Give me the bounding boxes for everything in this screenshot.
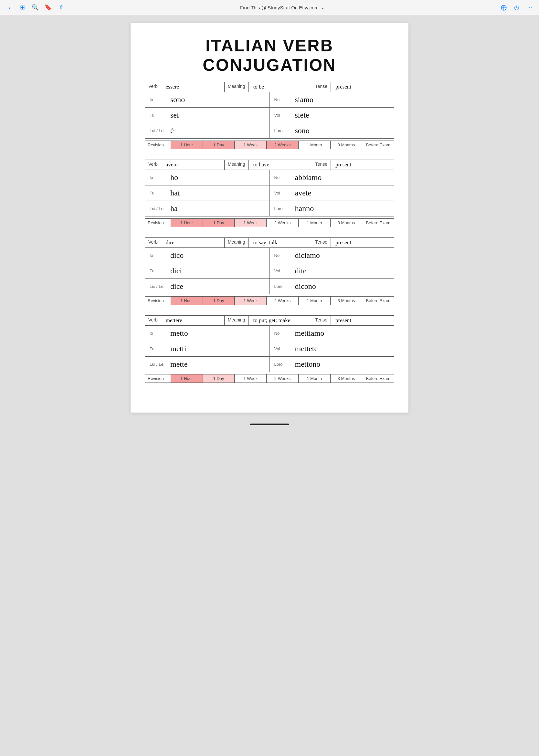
nav-left: ‹ ⊞ 🔍 🔖 ⇧	[5, 3, 65, 12]
revision-cell-6[interactable]: Before Exam	[362, 297, 394, 305]
revision-cell-3[interactable]: 2 Weeks	[267, 219, 299, 227]
conj-grid-avere: IohoNoiabbiamoTuhaiVoiaveteLui / LeihaLo…	[145, 170, 394, 216]
table-row: TuhaiVoiavete	[145, 186, 394, 201]
more-icon[interactable]: ···	[525, 3, 534, 12]
conj-cell-right-1: Voiavete	[270, 186, 394, 201]
conj-cell-right-2: Lorohanno	[270, 201, 394, 216]
conjugated-form: mettono	[295, 360, 321, 369]
conj-cell-left-0: Iosono	[145, 92, 270, 107]
conjugated-form: mettete	[295, 344, 318, 353]
conj-cell-left-1: Tumetti	[145, 341, 270, 356]
pronoun-label: Lui / Lei	[150, 362, 166, 367]
bookmark-icon[interactable]: 🔖	[44, 3, 52, 12]
conjugated-form: diciamo	[295, 251, 320, 260]
verb-header-value-1: to be	[249, 82, 312, 92]
page-title: ITALIAN VERB CONJUGATION	[145, 36, 394, 75]
verb-header-value-1: to say; talk	[249, 238, 312, 248]
revision-cell-1[interactable]: 1 Day	[203, 219, 235, 227]
time-icon[interactable]: ◷	[512, 3, 521, 12]
search-icon[interactable]: 🔍	[31, 3, 39, 12]
revision-cell-3[interactable]: 2 Weeks	[267, 374, 299, 383]
nav-title: Find This @ StudyStuff On Etsy.com ⌄	[70, 5, 495, 10]
conjugated-form: dice	[170, 282, 183, 291]
conjugated-form: sono	[170, 95, 185, 104]
conjugated-form: dite	[295, 266, 307, 275]
pronoun-label: Loro	[274, 128, 291, 133]
revision-cell-4[interactable]: 1 Month	[299, 297, 331, 305]
revision-cell-2[interactable]: 1 Week	[235, 297, 267, 305]
conjugated-form: dici	[170, 266, 182, 275]
revision-label: Revision	[145, 374, 171, 383]
verb-block-dire: VerbdireMeaningto say; talkTensepresentI…	[145, 238, 394, 305]
revision-cell-1[interactable]: 1 Day	[203, 297, 235, 305]
conj-cell-left-1: Tuhai	[145, 186, 270, 201]
document-page: ITALIAN VERB CONJUGATION VerbessereMeani…	[130, 23, 409, 413]
verb-header-value-2: present	[331, 82, 394, 92]
conj-cell-right-0: Noidiciamo	[270, 248, 394, 263]
revision-row: Revision1 Hour1 Day1 Week2 Weeks1 Month3…	[145, 296, 394, 305]
grid-icon[interactable]: ⊞	[18, 3, 27, 12]
nav-right: ⨁ ◷ ···	[500, 3, 534, 12]
revision-cell-4[interactable]: 1 Month	[299, 374, 331, 383]
revision-cell-0[interactable]: 1 Hour	[171, 374, 203, 383]
conj-cell-left-2: Lui / Leiha	[145, 201, 270, 216]
verb-header-value-2: present	[331, 160, 394, 170]
share-icon[interactable]: ⇧	[57, 3, 65, 12]
revision-cell-6[interactable]: Before Exam	[362, 141, 394, 149]
verb-block-essere: VerbessereMeaningto beTensepresentIosono…	[145, 82, 394, 149]
home-indicator	[250, 423, 289, 425]
conjugated-form: sono	[295, 126, 310, 135]
pronoun-label: Tu	[150, 113, 166, 117]
verb-header-label-2: Tense	[312, 82, 331, 92]
verb-header-value-0: essere	[161, 82, 225, 92]
back-icon[interactable]: ‹	[5, 3, 14, 12]
conj-grid-dire: IodicoNoidiciamoTudiciVoiditeLui / Leidi…	[145, 248, 394, 294]
verb-header-value-1: to put; get; make	[249, 316, 312, 325]
conjugated-form: ha	[170, 204, 178, 213]
conjugated-form: hai	[170, 189, 180, 197]
revision-cell-2[interactable]: 1 Week	[235, 219, 267, 227]
revision-cell-0[interactable]: 1 Hour	[171, 297, 203, 305]
pronoun-label: Io	[150, 331, 166, 336]
revision-cell-4[interactable]: 1 Month	[299, 141, 331, 149]
revision-row: Revision1 Hour1 Day1 Week2 Weeks1 Month3…	[145, 140, 394, 149]
revision-cell-1[interactable]: 1 Day	[203, 374, 235, 383]
table-row: IosonoNoisiamo	[145, 92, 394, 108]
revision-cell-2[interactable]: 1 Week	[235, 141, 267, 149]
revision-cell-5[interactable]: 3 Months	[331, 141, 362, 149]
conj-cell-right-0: Noimettiamo	[270, 326, 394, 341]
conjugated-form: è	[170, 126, 174, 135]
revision-cell-6[interactable]: Before Exam	[362, 219, 394, 227]
revision-cell-0[interactable]: 1 Hour	[171, 141, 203, 149]
nav-chevron: ⌄	[321, 5, 325, 10]
revision-cell-0[interactable]: 1 Hour	[171, 219, 203, 227]
conjugated-form: dico	[170, 251, 184, 260]
revision-cell-4[interactable]: 1 Month	[299, 219, 331, 227]
verb-header-value-0: avere	[161, 160, 225, 170]
verb-header-mettere: VerbmettereMeaningto put; get; makeTense…	[145, 315, 394, 326]
revision-cell-2[interactable]: 1 Week	[235, 374, 267, 383]
revision-cell-6[interactable]: Before Exam	[362, 374, 394, 383]
verb-block-avere: VerbavereMeaningto haveTensepresentIohoN…	[145, 160, 394, 227]
revision-cell-1[interactable]: 1 Day	[203, 141, 235, 149]
revision-cell-5[interactable]: 3 Months	[331, 219, 362, 227]
conj-grid-essere: IosonoNoisiamoTuseiVoisieteLui / LeièLor…	[145, 92, 394, 139]
revision-cell-3[interactable]: 2 Weeks	[267, 297, 299, 305]
revision-cell-3[interactable]: 2 Weeks	[267, 141, 299, 149]
table-row: TuseiVoisiete	[145, 108, 394, 123]
verb-header-label-1: Meaning	[225, 316, 249, 325]
revision-cell-5[interactable]: 3 Months	[331, 374, 362, 383]
conj-cell-right-2: Loromettono	[270, 357, 394, 372]
add-icon[interactable]: ⨁	[500, 3, 508, 12]
pronoun-label: Loro	[274, 206, 291, 211]
verb-header-label-0: Verb	[145, 238, 161, 248]
conj-cell-left-2: Lui / Leimette	[145, 357, 270, 372]
conj-cell-left-1: Tudici	[145, 263, 270, 278]
verb-header-label-2: Tense	[312, 316, 331, 325]
conj-cell-right-0: Noisiamo	[270, 92, 394, 107]
table-row: IomettoNoimettiamo	[145, 326, 394, 341]
conj-cell-right-1: Voidite	[270, 263, 394, 278]
conjugated-form: metti	[170, 344, 186, 353]
verb-header-avere: VerbavereMeaningto haveTensepresent	[145, 160, 394, 170]
revision-cell-5[interactable]: 3 Months	[331, 297, 362, 305]
